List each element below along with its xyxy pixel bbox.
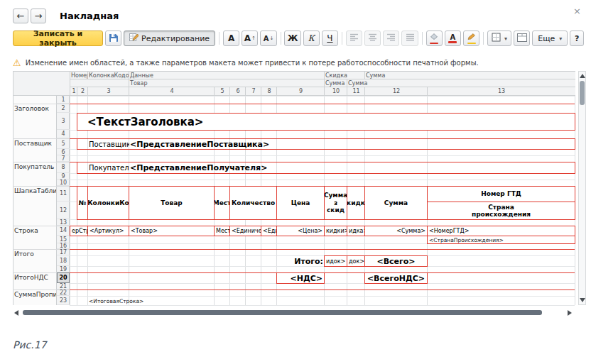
column-header-4[interactable]: 4 [129,87,215,96]
area-label-row-2[interactable]: Заголовок [13,104,56,114]
save-button[interactable] [105,31,121,46]
column-header-8[interactable]: 8 [261,87,277,96]
cell-r5c3[interactable]: Поставщик: [87,138,129,150]
cell-r8c3[interactable]: Покупатель: [87,162,129,174]
font-name-button[interactable]: А [223,31,239,46]
row-header-14[interactable]: 14 [57,226,70,236]
row-header-23[interactable]: 23 [57,296,70,305]
align-left-button[interactable] [346,31,362,46]
cell-r14c3[interactable]: <Артикул> [87,226,129,236]
h-scroll-right-icon[interactable] [568,310,572,316]
area-label-row-8[interactable]: Покупатель [13,162,56,172]
horizontal-scrollbar[interactable] [13,309,575,317]
cell-r14c10[interactable]: кидки> [324,226,347,236]
cell-r23c3[interactable]: <ИтоговаяСтрока> [87,296,230,306]
cell-r14c8[interactable]: <Еди [261,226,277,236]
column-header-5[interactable]: 5 [214,87,230,96]
column-header-3[interactable]: 3 [87,87,129,96]
row-header-20[interactable]: 20 [57,272,70,283]
cell-r11c3[interactable]: КолонкиКо [87,186,129,220]
column-header-12[interactable]: 12 [364,87,428,96]
row-header-22[interactable]: 22 [57,289,70,296]
column-header-11[interactable]: 11 [347,87,365,96]
merge-cells-button[interactable] [514,31,530,46]
cell-r11c9[interactable]: Цена [276,186,325,220]
cell-r12c13[interactable]: Страна происхождения [427,202,575,220]
fill-color-button[interactable] [426,31,443,46]
column-area-label[interactable]: Сумма [324,79,347,87]
column-header-9[interactable]: 9 [276,87,325,96]
cell-r8c4[interactable]: <ПредставлениеПолучателя> [129,162,325,174]
cell-r20c9[interactable]: <НДС> [276,272,325,284]
align-center-button[interactable] [364,31,381,46]
cell-r11c4[interactable]: Товар [129,186,215,220]
h-scroll-thumb[interactable] [23,310,542,315]
area-label-row-14[interactable]: Строка [13,226,56,236]
bold-button[interactable]: Ж [284,31,300,46]
column-area-label[interactable]: Скидка [324,71,364,79]
cell-r5c4[interactable]: <ПредставлениеПоставщика> [129,138,325,150]
cell-r18c10[interactable]: идок> [324,255,347,267]
row-header-13[interactable]: 13 [57,219,70,226]
font-size-increase-button[interactable]: А↑ [242,31,258,46]
cell-r14c4[interactable]: <Товар> [129,226,215,236]
h-scroll-left-icon[interactable] [14,310,18,316]
vertical-scrollbar[interactable] [578,71,586,305]
cell-r20c12[interactable]: <ВсегоНДС> [364,272,428,284]
column-area-label[interactable]: НомерС [70,71,87,79]
column-header-6[interactable]: 6 [229,87,246,96]
area-label-row-20[interactable]: ИтогоНДС [13,273,56,282]
align-right-button[interactable] [383,31,399,46]
row-header-1[interactable]: 1 [57,96,70,104]
close-icon[interactable]: × [573,6,581,16]
row-header-18[interactable]: 18 [57,255,70,266]
column-area-label[interactable]: Товар [129,79,214,87]
cell-r11c12[interactable]: Сумма [364,186,428,220]
cell-r18c11[interactable]: док> [347,255,365,267]
italic-button[interactable]: К [303,31,320,46]
v-scroll-down-icon[interactable] [580,298,585,302]
cell-r18c12[interactable]: <Всего> [364,255,428,267]
v-scroll-thumb[interactable] [580,81,585,105]
column-header-2[interactable]: 2 [77,87,88,96]
cell-r14c1[interactable]: ерСтр [70,226,88,236]
more-button[interactable]: Еще ▾ [532,31,568,46]
column-header-10[interactable]: 10 [324,87,347,96]
row-header-2[interactable]: 2 [57,104,70,113]
column-area-label[interactable]: Сумма [347,79,364,87]
row-header-3[interactable]: 3 [57,113,70,130]
cell-r14c11[interactable]: идка> [347,226,365,236]
cell-r14c9[interactable]: <Цена> [276,226,325,236]
back-button[interactable]: ← [13,9,28,23]
column-area-label[interactable]: Данные [129,71,214,79]
column-area-label[interactable]: КолонкаКодов [87,71,129,79]
cell-r14c6[interactable]: <Единичество> [229,226,261,236]
cell-r11c11[interactable]: кидк [347,186,365,220]
area-label-row-17[interactable]: Итого [13,250,56,259]
v-scroll-up-icon[interactable] [580,74,585,78]
row-header-11[interactable]: 11 [57,186,70,202]
edit-mode-button[interactable]: Редактирование [124,31,215,46]
cell-r3c2[interactable]: <ТекстЗаголовка> [77,113,575,131]
column-header-7[interactable]: 7 [245,87,261,96]
forward-button[interactable]: → [31,9,46,23]
column-header-13[interactable]: 13 [427,87,575,96]
cell-r14c13[interactable]: <НомерГТД> [427,226,575,236]
row-header-17[interactable]: 17 [57,249,70,255]
area-label-row-11[interactable]: ШапкаТаблиц [13,187,56,196]
font-size-decrease-button[interactable]: А↓ [260,31,276,46]
help-button[interactable]: ? [570,31,584,46]
column-area-label[interactable]: Сумма [364,71,427,79]
borders-dropdown-button[interactable]: ▾ [487,31,511,46]
cell-r18c9[interactable]: Итого: [276,255,325,267]
row-header-4[interactable]: 4 [57,130,70,138]
cell-r14c5[interactable]: Мест> [214,226,230,236]
save-and-close-button[interactable]: Записать и закрыть [13,31,103,46]
cell-r11c10[interactable]: Сумма з скид [324,186,347,220]
row-header-12[interactable]: 12 [57,202,70,219]
cell-r11c5[interactable]: Мест [214,186,230,220]
line-color-button[interactable] [463,31,479,46]
align-justify-button[interactable] [401,31,418,46]
area-label-row-5[interactable]: Поставщик [13,139,56,148]
row-header-19[interactable]: 19 [57,266,70,272]
